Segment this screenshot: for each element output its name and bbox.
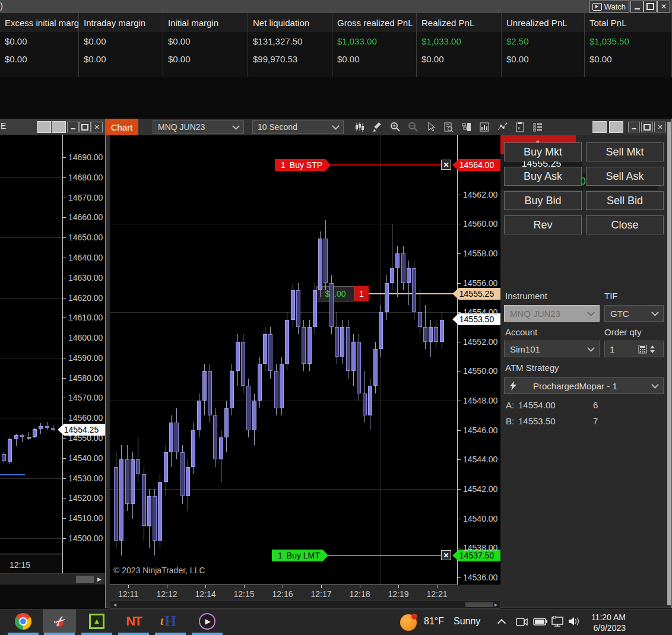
buy-mkt-button[interactable]: Buy Mkt: [504, 142, 582, 161]
tif-dropdown[interactable]: GTC: [604, 305, 664, 322]
main-chart-scrollbar[interactable]: ◄ ►: [110, 601, 500, 609]
scroll-left-arrow[interactable]: ◄: [112, 602, 118, 608]
tray-network-icon[interactable]: [551, 616, 565, 627]
candle: [401, 253, 405, 283]
taskbar-ninjatrader-icon[interactable]: NT: [116, 609, 151, 633]
chart-link-button-2[interactable]: [609, 121, 623, 133]
x-axis-tick-label: 12:15: [233, 589, 254, 599]
chart-tab[interactable]: Chart: [105, 119, 138, 135]
main-chart-plot[interactable]: 1 Buy STP ✕ $2.00 1 1 Buy LMT ✕ © 2023 N…: [110, 135, 457, 585]
order-qty-field[interactable]: [605, 344, 638, 355]
chart-style-icon[interactable]: [351, 119, 369, 135]
running-indicator: [81, 633, 112, 635]
buy-bid-button[interactable]: Buy Bid: [504, 191, 582, 210]
candle: [429, 327, 433, 342]
x-axis-tick: [283, 585, 283, 588]
tray-camera-icon[interactable]: [515, 617, 528, 627]
tray-volume-icon[interactable]: [568, 616, 582, 627]
chart-trader-icon[interactable]: [458, 119, 476, 135]
instrument-dropdown[interactable]: MNQ JUN23: [153, 120, 244, 134]
sell-bid-button[interactable]: Sell Bid: [586, 191, 664, 210]
y-axis-tick: [63, 298, 66, 299]
limit-order-line[interactable]: [321, 555, 443, 556]
order-qty-input[interactable]: [604, 341, 664, 357]
sell-mkt-button[interactable]: Sell Mkt: [586, 142, 664, 161]
stop-order-line[interactable]: [321, 164, 443, 166]
y-axis-tick-label: 14690.00: [68, 153, 103, 162]
chart-minimize-button[interactable]: [628, 122, 640, 132]
taskbar-share-icon[interactable]: ▲: [80, 609, 114, 633]
position-pnl-value: $2.00: [325, 289, 345, 299]
interval-dropdown[interactable]: 10 Second: [252, 120, 344, 134]
main-chart-time-axis: 12:1112:1212:1412:1512:1612:1712:1812:19…: [110, 585, 500, 600]
chart-link-button-1[interactable]: [592, 121, 607, 133]
tray-chevron-up-icon[interactable]: [497, 619, 506, 627]
close-button[interactable]: ✕: [657, 1, 670, 12]
bid-price: 14553.50: [518, 416, 556, 426]
link-button-2[interactable]: [52, 121, 66, 133]
cursor-icon[interactable]: [422, 119, 440, 135]
limit-order-tag[interactable]: 1 Buy LMT: [272, 550, 328, 561]
cancel-limit-button[interactable]: ✕: [441, 550, 451, 560]
x-axis-tick: [437, 585, 438, 588]
stop-label: Buy STP: [290, 160, 322, 170]
buy-ask-button[interactable]: Buy Ask: [504, 167, 582, 186]
weather-sun-icon[interactable]: [400, 614, 417, 631]
weather-temp[interactable]: 81°F: [424, 616, 444, 627]
running-indicator: [155, 633, 186, 635]
display-list-icon[interactable]: [529, 119, 547, 135]
taskbar-snipping-tool-icon[interactable]: ✂: [43, 609, 77, 633]
candle: [202, 371, 207, 401]
qty-stepper[interactable]: [650, 345, 655, 353]
taskbar-chrome-icon[interactable]: [6, 609, 40, 633]
zoom-in-icon[interactable]: [386, 119, 404, 135]
calculator-icon[interactable]: [638, 345, 647, 354]
behind-close-button[interactable]: ✕: [91, 122, 103, 132]
scroll-right-arrow[interactable]: ►: [493, 602, 499, 608]
candle: [379, 312, 383, 349]
link-button-1[interactable]: [37, 121, 51, 133]
left-chart-plot[interactable]: [0, 135, 62, 554]
tray-battery-icon[interactable]: [533, 617, 549, 626]
gridline: [110, 312, 457, 313]
stop-order-tag[interactable]: 1 Buy STP: [275, 159, 331, 171]
candle: [51, 428, 55, 430]
close-position-button[interactable]: Close: [586, 215, 664, 234]
behind-maximize-button[interactable]: [79, 122, 91, 132]
chart-maximize-button[interactable]: [641, 122, 653, 132]
weather-condition[interactable]: Sunny: [454, 616, 480, 627]
y-axis-tick-label: 14558.00: [463, 249, 497, 258]
gridline: [0, 358, 62, 358]
drawing-tools-icon[interactable]: [369, 119, 386, 135]
watch-button[interactable]: Watch: [589, 1, 629, 12]
atm-strategy-dropdown[interactable]: ProchargedMopar - 1: [504, 377, 664, 394]
left-scrollbar-right-arrow[interactable]: ▶: [94, 574, 104, 584]
y-axis-tick-label: 14560.00: [463, 219, 497, 228]
y-axis-tick-label: 14542.00: [463, 484, 497, 494]
sell-ask-button[interactable]: Sell Ask: [586, 167, 664, 186]
main-chart-price-axis[interactable]: 14564.00 14555.25 14553.50 14537.50 1456…: [457, 135, 501, 585]
candle: [351, 342, 356, 372]
drawing-objects-icon[interactable]: [493, 119, 511, 135]
chart-close-button[interactable]: ✕: [654, 122, 666, 132]
left-scrollbar-thumb[interactable]: [76, 576, 94, 583]
rev-button[interactable]: Rev: [504, 215, 582, 234]
taskbar-clock[interactable]: 11:20 AM 6/9/2023: [591, 612, 626, 633]
scrollbar-thumb[interactable]: [465, 602, 493, 607]
account-dropdown[interactable]: Sim101: [504, 341, 600, 357]
left-chart-scrollbar[interactable]: ▶: [0, 573, 105, 585]
taskbar-media-player-icon[interactable]: ▶: [190, 609, 224, 633]
cancel-stop-button[interactable]: ✕: [441, 160, 451, 170]
left-chart-price-axis[interactable]: 14690.0014680.0014670.0014660.0014650.00…: [62, 135, 106, 585]
zoom-out-icon[interactable]: [404, 119, 422, 135]
properties-icon[interactable]: x: [511, 119, 529, 135]
candle: [412, 268, 416, 312]
taskbar-h-app-icon[interactable]: tH: [153, 609, 188, 633]
minimize-button[interactable]: [630, 1, 644, 12]
account-table-cell: $0.00: [0, 32, 78, 50]
behind-minimize-button[interactable]: [67, 122, 79, 132]
data-box-icon[interactable]: [440, 119, 458, 135]
indicators-icon[interactable]: [476, 119, 493, 135]
window-title-fragment: ): [0, 1, 3, 11]
maximize-button[interactable]: [644, 1, 657, 12]
